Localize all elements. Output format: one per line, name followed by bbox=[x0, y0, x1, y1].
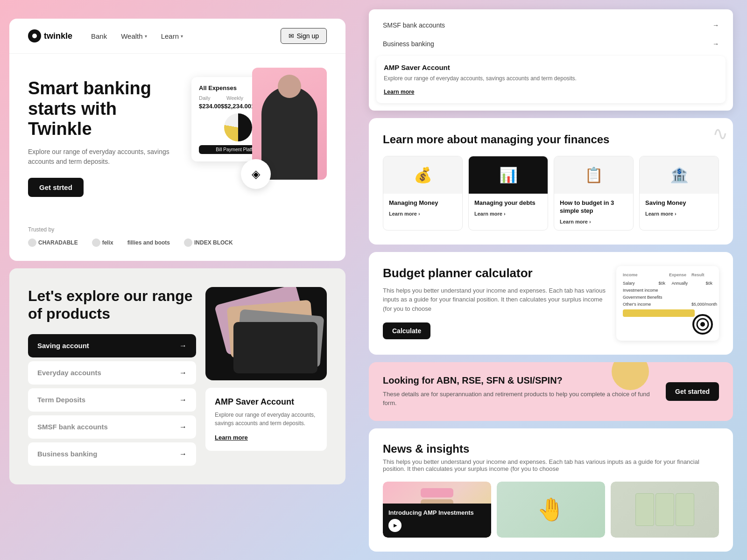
signup-button[interactable]: ✉ Sign up bbox=[281, 28, 327, 44]
learn-more-saving[interactable]: Learn more › bbox=[645, 211, 713, 217]
budget-table-header: Income Expense Result bbox=[623, 273, 712, 277]
nav-learn[interactable]: Learn ▾ bbox=[161, 32, 183, 40]
news-card-money[interactable] bbox=[611, 482, 719, 538]
weekly-label: Weekly bbox=[226, 95, 243, 101]
charadable-icon bbox=[28, 238, 36, 247]
products-title: Let's explore our range of products bbox=[28, 287, 196, 323]
wealth-chevron-icon: ▾ bbox=[145, 34, 147, 39]
news-card-amp[interactable]: Introducing AMP Investments ▶ bbox=[383, 482, 491, 538]
right-panel: SMSF bank accounts → Business banking → … bbox=[355, 0, 747, 560]
product-item-term[interactable]: Term Deposits → bbox=[28, 388, 196, 412]
learn-chevron-icon: ▾ bbox=[181, 34, 183, 39]
money-bill-3 bbox=[676, 493, 694, 526]
budget-row-salary: Salary $0k Annually $0k bbox=[623, 281, 712, 286]
debts-icon: 📊 bbox=[499, 166, 518, 184]
term-deposits-label: Term Deposits bbox=[37, 396, 85, 404]
cta-section: Looking for ABN, RSE, SFN & USI/SPIN? Th… bbox=[369, 362, 733, 421]
budget-section: Budget planner calculator This helps you… bbox=[369, 252, 733, 355]
dropdown-smsf[interactable]: SMSF bank accounts → bbox=[376, 17, 726, 34]
signup-icon: ✉ bbox=[289, 32, 294, 40]
investment-label: Investment income bbox=[623, 288, 712, 293]
person-silhouette bbox=[261, 86, 317, 180]
left-panel: twinkle Bank Wealth ▾ Learn ▾ ✉ Sign up bbox=[0, 0, 355, 560]
learn-card-money-body: Managing Money Learn more › bbox=[383, 194, 462, 222]
hero-text: Smart banking starts with Twinkle Explor… bbox=[28, 78, 173, 197]
navigation: twinkle Bank Wealth ▾ Learn ▾ ✉ Sign up bbox=[9, 19, 345, 54]
felix-icon bbox=[92, 238, 100, 247]
main-card: twinkle Bank Wealth ▾ Learn ▾ ✉ Sign up bbox=[9, 19, 345, 261]
learn-more-debts[interactable]: Learn more › bbox=[474, 211, 542, 217]
business-label: Business banking bbox=[37, 450, 97, 458]
budget-title: Budget planner calculator bbox=[383, 266, 607, 280]
hero-cta-button[interactable]: Get strted bbox=[28, 178, 84, 197]
curly-decoration: ∿ bbox=[712, 123, 728, 144]
saving-icon: 🏦 bbox=[670, 166, 689, 184]
news-desc: This helps you better understand your in… bbox=[383, 458, 719, 472]
learn-card-saving-img: 🏦 bbox=[640, 156, 719, 194]
dropdown-business[interactable]: Business banking → bbox=[376, 35, 726, 52]
learn-card-managing-money-title: Managing Money bbox=[389, 199, 457, 207]
get-started-button[interactable]: Get started bbox=[666, 382, 719, 401]
other-monthly: $5,000/month bbox=[691, 302, 712, 307]
salary-amount: $0k bbox=[647, 281, 665, 286]
svg-point-0 bbox=[32, 34, 37, 38]
budget-row-govt: Government Benefits bbox=[623, 295, 712, 300]
learn-card-saving-title: Saving Money bbox=[645, 199, 713, 207]
news-card-money-img bbox=[611, 482, 719, 538]
learn-card-debts-img: 📊 bbox=[469, 156, 548, 194]
dropdown-items: SMSF bank accounts → Business banking → bbox=[376, 17, 726, 52]
money-icon: 💰 bbox=[414, 166, 432, 184]
learn-card-money-img: 💰 bbox=[383, 156, 462, 194]
result-header: Result bbox=[691, 273, 712, 277]
news-overlay-amp: Introducing AMP Investments ▶ bbox=[383, 504, 491, 538]
learn-section-title: Learn more about managing your finances bbox=[383, 132, 719, 147]
news-card-hand[interactable]: 🤚 bbox=[497, 482, 605, 538]
play-icon: ▶ bbox=[394, 523, 397, 528]
trust-logo-fillies: fillies and boots bbox=[127, 239, 170, 246]
calculate-button[interactable]: Calculate bbox=[383, 322, 430, 339]
person-head bbox=[278, 75, 301, 98]
weekly-amount: $$2,234.00 bbox=[221, 103, 251, 110]
product-item-business[interactable]: Business banking → bbox=[28, 442, 196, 466]
credit-card-4 bbox=[233, 322, 317, 373]
learn-card-debts-title: Managing your debts bbox=[474, 199, 542, 207]
product-learn-more-link[interactable]: Learn more bbox=[215, 434, 248, 441]
logo-text: twinkle bbox=[44, 31, 72, 41]
salary-freq: Annually bbox=[669, 281, 688, 286]
product-item-smsf[interactable]: SMSF bank accounts → bbox=[28, 415, 196, 439]
dropdown-menu: SMSF bank accounts → Business banking → … bbox=[369, 9, 733, 111]
salary-monthly: $0k bbox=[691, 281, 712, 286]
learn-card-saving-body: Saving Money Learn more › bbox=[640, 194, 719, 222]
logo[interactable]: twinkle bbox=[28, 29, 72, 42]
daily-label: Daily bbox=[199, 95, 210, 101]
amp-learn-link[interactable]: Learn more bbox=[384, 89, 414, 95]
trust-logo-indexblock: INDEX BLOCK bbox=[184, 238, 233, 247]
learn-card-budget-title: How to budget in 3 simple step bbox=[560, 199, 627, 215]
money-fan bbox=[635, 493, 694, 526]
amp-saver-promo-title: AMP Saver Account bbox=[384, 63, 718, 71]
business-arrow-icon: → bbox=[179, 450, 187, 458]
wealth-label: Wealth bbox=[121, 32, 142, 40]
trust-logo-felix: felix bbox=[92, 238, 113, 247]
amp-play-button[interactable]: ▶ bbox=[388, 519, 402, 532]
nav-wealth[interactable]: Wealth ▾ bbox=[121, 32, 147, 40]
logo-icon bbox=[28, 29, 41, 42]
budget-visual: Income Expense Result Salary $0k Annuall… bbox=[616, 266, 719, 341]
trust-logo-charadable: CHARADABLE bbox=[28, 238, 78, 247]
trusted-label: Trusted by bbox=[28, 226, 327, 233]
learn-section: ∿ Learn more about managing your finance… bbox=[369, 118, 733, 245]
nav-bank[interactable]: Bank bbox=[91, 32, 107, 40]
learn-cards: 💰 Managing Money Learn more › 📊 Managing… bbox=[383, 156, 719, 231]
learn-card-debts: 📊 Managing your debts Learn more › bbox=[468, 156, 548, 231]
indexblock-icon bbox=[184, 238, 192, 247]
product-item-everyday[interactable]: Everyday accounts → bbox=[28, 361, 196, 385]
learn-more-managing-money[interactable]: Learn more › bbox=[389, 211, 457, 217]
learn-more-budget[interactable]: Learn more › bbox=[560, 219, 627, 224]
cta-desc: These details are for superannuation and… bbox=[383, 390, 656, 408]
spiral-icon bbox=[691, 313, 714, 336]
daily-amount: $234.00 bbox=[199, 103, 221, 110]
learn-card-money: 💰 Managing Money Learn more › bbox=[383, 156, 463, 231]
card-stack-visual bbox=[205, 287, 327, 380]
pie-chart bbox=[224, 113, 252, 141]
product-item-saving[interactable]: Saving account → bbox=[28, 334, 196, 357]
